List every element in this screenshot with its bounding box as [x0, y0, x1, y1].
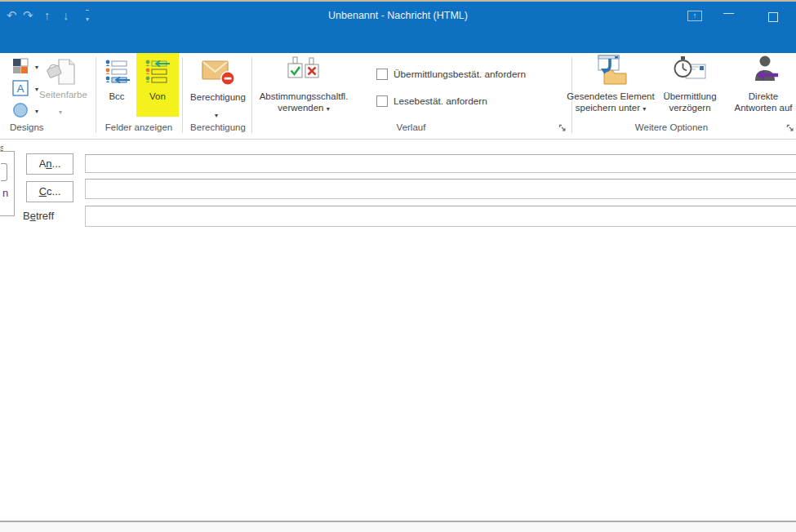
save-sent-item-icon — [593, 55, 630, 86]
verlauf-dialog-launcher[interactable] — [558, 124, 568, 134]
direct-replies-button[interactable]: Direkte Antworten auf — [731, 55, 796, 118]
direct-replies-label-line1: Direkte — [731, 91, 796, 102]
group-label-designs: Designs — [10, 122, 59, 132]
bcc-label: Bcc — [99, 91, 135, 102]
group-label-verlauf: Verlauf — [253, 122, 569, 132]
delay-delivery-button[interactable]: Übermittlung verzögern — [656, 55, 724, 118]
von-button[interactable]: Von — [136, 56, 179, 115]
status-bar-strip — [0, 522, 796, 532]
group-separator — [182, 57, 183, 133]
ribbon-display-options-button[interactable]: ↑ — [687, 11, 702, 21]
group-label-berechtigung: Berechtigung — [184, 122, 252, 132]
send-label-fragment: n — [2, 187, 8, 199]
bcc-button[interactable]: Bcc — [99, 56, 135, 115]
svg-text:A: A — [17, 82, 24, 95]
page-color-icon — [45, 57, 76, 86]
weitere-optionen-dialog-launcher[interactable] — [786, 124, 796, 134]
dropdown-arrow-icon: ▾ — [59, 109, 62, 116]
dropdown-arrow-icon: ▾ — [643, 105, 646, 113]
direct-replies-label-line2: Antworten auf — [731, 102, 796, 113]
theme-colors-button[interactable]: ▾ — [12, 58, 45, 78]
minimize-button[interactable]: — — [723, 7, 734, 19]
von-label: Von — [136, 91, 179, 102]
voting-buttons-icon — [287, 56, 324, 86]
page-color-button[interactable] — [45, 57, 82, 86]
maximize-button[interactable] — [768, 12, 778, 22]
window-title: Unbenannt - Nachricht (HTML) — [0, 10, 796, 21]
subject-label: Betreff — [23, 210, 54, 222]
permission-button[interactable]: Berechtigung ▾ — [186, 56, 250, 118]
group-label-weitere-optionen: Weitere Optionen — [571, 122, 772, 132]
group-separator — [251, 57, 252, 133]
to-input[interactable] — [85, 154, 796, 173]
theme-colors-icon — [12, 58, 29, 74]
ribbon-tab-bar: Nachricht Einfügen Optionen Text formati… — [0, 31, 796, 53]
voting-label-line1: Abstimmungsschaltfl. — [255, 91, 353, 102]
save-sent-item-label-line1: Gesendetes Element — [565, 91, 656, 102]
ribbon-optionen: s ▾ A ▾ ▾ Seitenfarbe — [0, 53, 796, 140]
theme-fonts-icon: A — [12, 80, 29, 96]
voting-buttons-button[interactable]: Abstimmungsschaltfl. verwenden ▾ — [255, 55, 353, 118]
delivery-receipt-checkbox[interactable] — [376, 69, 388, 80]
to-button[interactable]: An... — [26, 153, 73, 175]
to-label: A — [39, 157, 47, 170]
read-receipt-checkbox[interactable] — [376, 95, 388, 107]
send-button[interactable]: n — [0, 151, 15, 216]
theme-effects-icon — [12, 102, 29, 118]
dropdown-arrow-icon: ▾ — [35, 64, 38, 71]
delivery-receipt-label: Übermittlungsbestät. anfordern — [394, 69, 526, 80]
delay-delivery-label-line2: verzögern — [656, 102, 724, 113]
subject-input[interactable] — [85, 206, 796, 227]
delay-delivery-label-line1: Übermittlung — [656, 91, 724, 102]
von-icon — [145, 60, 170, 84]
page-color-label: Seitenfarbe — [33, 89, 94, 100]
permission-envelope-icon — [202, 58, 236, 86]
cc-label: C — [39, 185, 47, 197]
group-label-felder-anzeigen: Felder anzeigen — [100, 122, 178, 132]
bcc-icon — [105, 60, 130, 84]
voting-label-line2: verwenden — [278, 103, 323, 113]
dropdown-arrow-icon: ▾ — [215, 112, 218, 119]
permission-label: Berechtigung — [186, 91, 250, 103]
dropdown-arrow-icon: ▾ — [35, 109, 38, 115]
save-sent-item-button[interactable]: Gesendetes Element speichern unter ▾ — [565, 55, 656, 118]
outlook-message-window: ↶ ↷ ↑ ↓ ▾ Unbenannt - Nachricht (HTML) ↑… — [0, 0, 796, 532]
delay-delivery-icon — [673, 55, 707, 86]
direct-replies-icon — [750, 55, 780, 86]
theme-effects-button[interactable]: ▾ — [12, 102, 45, 122]
dropdown-arrow-icon: ▾ — [327, 105, 330, 113]
message-body[interactable] — [0, 233, 796, 521]
send-icon-fragment — [1, 163, 7, 181]
read-receipt-label: Lesebestät. anfordern — [394, 95, 487, 107]
save-sent-item-label-line2: speichern unter — [576, 103, 640, 113]
group-separator — [96, 57, 96, 133]
title-bar: ↶ ↷ ↑ ↓ ▾ Unbenannt - Nachricht (HTML) ↑… — [0, 2, 796, 31]
cc-button[interactable]: Cc... — [26, 181, 73, 202]
cc-input[interactable] — [85, 179, 796, 199]
